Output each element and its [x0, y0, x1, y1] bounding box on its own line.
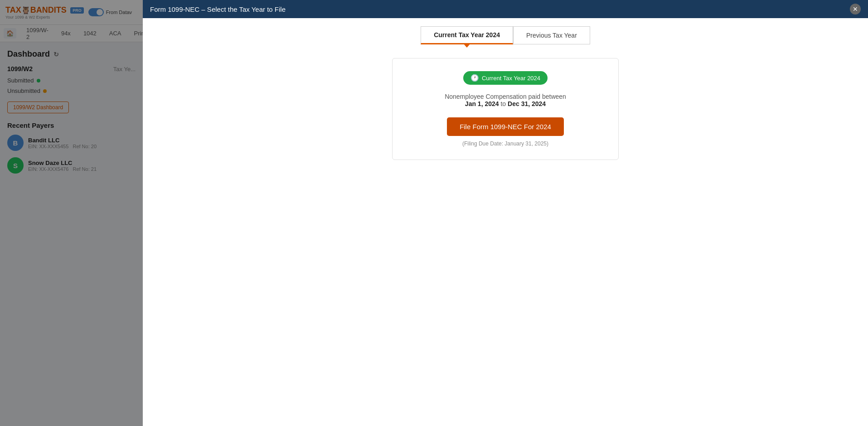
date-start: Jan 1, 2024 — [465, 100, 499, 107]
modal-body: Current Tax Year 2024 Previous Tax Year … — [143, 18, 868, 426]
modal: Form 1099-NEC – Select the Tax Year to F… — [143, 0, 868, 426]
description: Nonemployee Compensation paid between Ja… — [403, 93, 607, 107]
modal-title: Form 1099-NEC – Select the Tax Year to F… — [150, 5, 286, 13]
modal-close-button[interactable]: ✕ — [850, 4, 861, 15]
content-card: 🕐 Current Tax Year 2024 Nonemployee Comp… — [392, 58, 619, 160]
filing-due: (Filing Due Date: January 31, 2025) — [403, 140, 607, 147]
file-form-button[interactable]: File Form 1099-NEC For 2024 — [447, 117, 564, 136]
to-text: to — [500, 100, 508, 107]
description-prefix: Nonemployee Compensation paid between — [445, 93, 566, 100]
tabs-row: Current Tax Year 2024 Previous Tax Year — [143, 18, 868, 44]
modal-header: Form 1099-NEC – Select the Tax Year to F… — [143, 0, 868, 18]
tab-current-year[interactable]: Current Tax Year 2024 — [421, 26, 513, 44]
current-year-badge: 🕐 Current Tax Year 2024 — [463, 71, 548, 85]
clock-icon: 🕐 — [470, 74, 479, 82]
date-end: Dec 31, 2024 — [508, 100, 546, 107]
tab-previous-year[interactable]: Previous Tax Year — [513, 26, 590, 44]
badge-label: Current Tax Year 2024 — [482, 75, 540, 82]
